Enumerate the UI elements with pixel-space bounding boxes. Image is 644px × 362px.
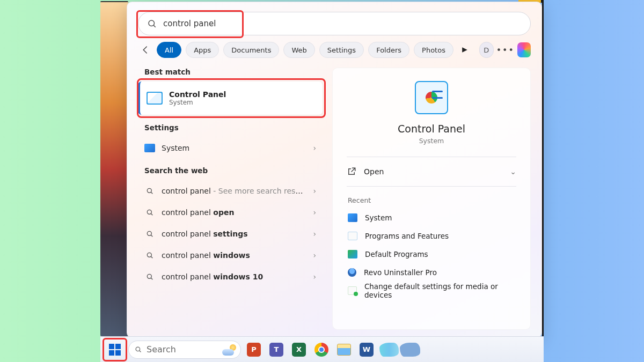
desktop-wallpaper-strip	[100, 1, 128, 336]
svg-point-10	[147, 274, 151, 278]
chrome-icon	[314, 343, 328, 357]
filter-web[interactable]: Web	[283, 42, 314, 58]
web-result-text: control panel open	[162, 208, 306, 217]
best-match-result[interactable]: Control Panel System	[138, 82, 323, 115]
filter-photos[interactable]: Photos	[414, 42, 453, 58]
svg-line-3	[151, 192, 152, 194]
preview-pane: Control Panel System Open ⌄ Recent Syste…	[332, 68, 531, 330]
recent-item-label: Change default settings for media or dev…	[364, 282, 516, 299]
taskbar-app-chrome[interactable]	[312, 341, 331, 359]
preview-title: Control Panel	[347, 123, 516, 135]
filter-settings[interactable]: Settings	[319, 42, 364, 58]
svg-point-6	[147, 231, 151, 235]
windows-logo-icon	[109, 344, 121, 356]
recent-item[interactable]: Revo Uninstaller Pro	[347, 263, 516, 282]
word-icon: W	[360, 343, 374, 357]
svg-line-13	[140, 351, 141, 352]
start-button[interactable]	[105, 341, 125, 359]
filter-documents[interactable]: Documents	[223, 42, 279, 58]
search-icon	[144, 250, 155, 261]
svg-point-2	[147, 188, 151, 193]
open-action[interactable]: Open ⌄	[347, 157, 516, 186]
recent-item-label: System	[365, 213, 392, 222]
taskbar-app-redacted[interactable]	[379, 341, 399, 359]
web-result[interactable]: control panel windows 10 ›	[138, 266, 323, 287]
system-icon	[348, 213, 357, 222]
taskbar-app-teams[interactable]: T	[267, 341, 286, 359]
chevron-right-icon: ›	[313, 230, 316, 238]
web-result-text: control panel windows	[162, 251, 306, 260]
web-result[interactable]: control panel - See more search results …	[138, 180, 323, 202]
settings-result-label: System	[162, 144, 306, 152]
best-match-title: Control Panel	[169, 90, 226, 99]
filter-apps[interactable]: Apps	[186, 42, 219, 58]
taskbar-app-word[interactable]: W	[357, 341, 376, 359]
default-programs-icon	[348, 250, 357, 258]
web-result[interactable]: control panel open ›	[138, 202, 323, 223]
svg-line-5	[151, 213, 152, 215]
filter-tabs: All Apps Documents Web Settings Folders …	[138, 42, 531, 58]
chevron-down-icon[interactable]: ⌄	[510, 167, 516, 176]
window-edge	[542, 0, 544, 336]
svg-point-0	[149, 20, 155, 26]
svg-point-12	[136, 347, 140, 351]
taskbar-app-explorer[interactable]	[334, 341, 354, 359]
web-result-text: control panel - See more search results	[162, 187, 306, 195]
recent-item-label: Default Programs	[365, 250, 428, 258]
svg-line-1	[153, 25, 155, 27]
control-panel-large-icon	[415, 81, 448, 114]
overflow-menu[interactable]: •••	[498, 42, 513, 57]
web-result[interactable]: control panel settings ›	[138, 223, 323, 245]
taskbar-app-redacted[interactable]	[402, 341, 421, 359]
start-search-panel: All Apps Documents Web Settings Folders …	[127, 2, 542, 338]
recent-item[interactable]: System	[347, 209, 516, 227]
settings-heading: Settings	[144, 123, 323, 132]
best-match-subtitle: System	[169, 99, 226, 106]
revo-icon	[348, 268, 356, 277]
web-result[interactable]: control panel windows ›	[138, 245, 323, 266]
file-explorer-icon	[337, 344, 351, 356]
recent-item-label: Revo Uninstaller Pro	[364, 268, 437, 277]
redaction-scribble	[400, 343, 420, 357]
recent-item-label: Programs and Features	[365, 232, 449, 240]
system-icon	[144, 144, 155, 152]
search-input[interactable]	[163, 19, 393, 28]
chevron-right-icon: ›	[313, 272, 316, 281]
recent-item[interactable]: Programs and Features	[347, 227, 516, 245]
recent-heading: Recent	[348, 196, 516, 204]
teams-icon: T	[269, 343, 283, 357]
filter-all[interactable]: All	[157, 42, 181, 58]
svg-line-11	[151, 278, 152, 279]
search-input-container[interactable]	[138, 12, 531, 35]
user-avatar[interactable]: D	[479, 42, 494, 58]
settings-result-system[interactable]: System ›	[138, 137, 323, 159]
best-match-heading: Best match	[144, 68, 323, 76]
taskbar: Search P T X W	[100, 336, 544, 362]
taskbar-app-excel[interactable]: X	[289, 341, 309, 359]
filter-folders[interactable]: Folders	[368, 42, 409, 58]
recent-item[interactable]: Change default settings for media or dev…	[347, 282, 516, 300]
back-button[interactable]	[138, 42, 152, 58]
annotation-highlight	[137, 78, 326, 118]
open-icon	[347, 167, 356, 176]
search-icon	[134, 345, 142, 353]
svg-point-4	[147, 210, 151, 214]
taskbar-search-placeholder: Search	[147, 344, 176, 354]
chevron-right-icon: ›	[313, 208, 316, 217]
svg-line-9	[151, 256, 152, 258]
control-panel-icon	[147, 92, 163, 105]
web-result-text: control panel settings	[162, 230, 306, 238]
copilot-icon[interactable]	[517, 42, 531, 57]
taskbar-app-powerpoint[interactable]: P	[244, 341, 264, 359]
web-result-text: control panel windows 10	[162, 272, 306, 281]
taskbar-search[interactable]: Search	[128, 341, 241, 359]
chevron-right-icon: ›	[313, 144, 316, 152]
results-list: Best match Control Panel System Settings…	[138, 68, 323, 330]
recent-item[interactable]: Default Programs	[347, 245, 516, 263]
media-defaults-icon	[348, 286, 357, 295]
search-icon	[147, 19, 157, 28]
search-web-heading: Search the web	[144, 166, 323, 175]
programs-icon	[348, 232, 357, 240]
excel-icon: X	[292, 343, 306, 357]
filter-more-button[interactable]	[459, 47, 471, 53]
